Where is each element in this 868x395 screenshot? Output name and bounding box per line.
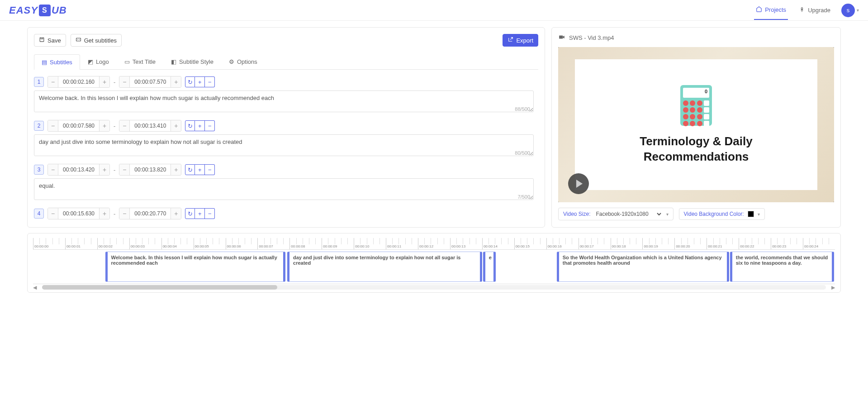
brand-logo[interactable]: EASY S UB <box>9 5 67 16</box>
editor-tabs: ▤ Subtitles ◩ Logo ▭ Text Title ◧ Subtit… <box>34 54 538 70</box>
increment-button[interactable]: + <box>100 120 109 131</box>
scroll-right-icon[interactable]: ▶ <box>831 285 835 290</box>
decrement-button[interactable]: − <box>119 76 129 87</box>
play-icon <box>576 180 583 188</box>
tab-text-title[interactable]: ▭ Text Title <box>117 54 163 69</box>
start-time-input[interactable] <box>58 120 100 131</box>
ruler-subtick <box>367 238 368 244</box>
entry-number: 4 <box>34 209 44 219</box>
add-icon[interactable]: + <box>195 76 205 87</box>
video-preview[interactable]: 0 Terminology & Daily Recommendations <box>558 47 834 202</box>
add-icon[interactable]: + <box>195 120 205 131</box>
upgrade-icon <box>799 6 805 14</box>
nav-projects-label: Projects <box>765 6 786 13</box>
start-time-input[interactable] <box>58 76 100 87</box>
ruler-subtick <box>617 238 618 244</box>
ruler-subtick <box>444 238 445 244</box>
end-time-input[interactable] <box>129 120 171 131</box>
tab-logo[interactable]: ◩ Logo <box>80 54 117 69</box>
entry-number: 1 <box>34 77 44 87</box>
subtitle-entries[interactable]: 1 − + - − + ↻ + − Welcome back. In this … <box>34 76 538 221</box>
start-time-input[interactable] <box>58 164 100 175</box>
get-subtitles-label: Get subtitles <box>84 37 117 44</box>
decrement-button[interactable]: − <box>119 120 129 131</box>
remove-icon[interactable]: − <box>205 120 215 131</box>
increment-button[interactable]: + <box>171 164 181 175</box>
ruler-subtick <box>681 238 683 244</box>
scroll-thumb[interactable] <box>42 285 277 290</box>
video-size-select[interactable]: Facebook-1920x1080 <box>594 210 663 218</box>
ruler-subtick <box>598 238 599 244</box>
entry-actions: ↻ + − <box>185 76 215 87</box>
ruler-subtick <box>572 238 573 244</box>
end-time-input[interactable] <box>129 208 171 219</box>
ruler-subtick <box>694 238 695 244</box>
decrement-button[interactable]: − <box>48 164 58 175</box>
export-button[interactable]: Export <box>503 34 538 47</box>
tab-subtitles[interactable]: ▤ Subtitles <box>34 54 80 70</box>
remove-icon[interactable]: − <box>205 164 215 175</box>
ruler-subtick <box>424 238 426 244</box>
bg-color-swatch[interactable] <box>748 211 754 217</box>
timeline-clip[interactable]: the world, recommends that we should six… <box>730 252 834 282</box>
timeline-clip[interactable]: Welcome back. In this lesson I will expl… <box>105 252 286 282</box>
subtitle-text-input[interactable]: Welcome back. In this lesson I will expl… <box>34 90 534 112</box>
preview-panel: SWS - Vid 3.mp4 0 Terminology & <box>551 27 841 228</box>
ruler-subtick <box>104 238 105 244</box>
user-menu[interactable]: s ▾ <box>841 4 859 17</box>
timeline-track[interactable]: Welcome back. In this lesson I will expl… <box>33 250 835 284</box>
increment-button[interactable]: + <box>100 208 109 219</box>
start-time-input[interactable] <box>58 208 100 219</box>
play-button[interactable] <box>568 173 589 194</box>
entry-actions: ↻ + − <box>185 164 215 175</box>
refresh-icon[interactable]: ↻ <box>185 208 195 219</box>
increment-button[interactable]: + <box>100 164 109 175</box>
subtitle-text-input[interactable]: equal. <box>34 178 534 200</box>
remove-icon[interactable]: − <box>205 208 215 219</box>
video-bg-label: Video Background Color: <box>684 211 744 217</box>
save-button[interactable]: Save <box>34 34 66 47</box>
nav-upgrade[interactable]: Upgrade <box>797 1 832 19</box>
ruler-subtick <box>489 238 490 244</box>
increment-button[interactable]: + <box>100 76 109 87</box>
ruler-subtick <box>39 238 41 244</box>
end-time-input[interactable] <box>129 76 171 87</box>
ruler-subtick <box>797 238 798 244</box>
scroll-left-icon[interactable]: ◀ <box>33 285 37 290</box>
timeline-clip[interactable]: So the World Health Organization which i… <box>557 252 729 282</box>
nav-projects[interactable]: Projects <box>754 0 788 20</box>
decrement-button[interactable]: − <box>119 208 129 219</box>
ruler-subtick <box>604 238 605 244</box>
tab-subtitle-style[interactable]: ◧ Subtitle Style <box>163 54 221 69</box>
tab-options[interactable]: ⚙ Options <box>221 54 265 69</box>
scroll-track[interactable] <box>42 285 826 290</box>
increment-button[interactable]: + <box>171 76 181 87</box>
timeline-ruler[interactable]: 00:00:0000:00:0100:00:0200:00:0300:00:04… <box>33 238 835 250</box>
timeline-clip[interactable]: e <box>483 252 496 282</box>
add-icon[interactable]: + <box>195 208 205 219</box>
end-time-input[interactable] <box>129 164 171 175</box>
decrement-button[interactable]: − <box>48 208 58 219</box>
refresh-icon[interactable]: ↻ <box>185 120 195 131</box>
video-background: 0 Terminology & Daily Recommendations <box>558 47 834 202</box>
timeline-clip[interactable]: day and just dive into some terminology … <box>287 252 482 282</box>
add-icon[interactable]: + <box>195 164 205 175</box>
timeline-scrollbar[interactable]: ◀ ▶ <box>33 284 835 290</box>
decrement-button[interactable]: − <box>119 164 129 175</box>
tab-text-title-label: Text Title <box>133 58 156 65</box>
subtitle-text-input[interactable]: day and just dive into some terminology … <box>34 134 534 156</box>
refresh-icon[interactable]: ↻ <box>185 76 195 87</box>
increment-button[interactable]: + <box>171 120 181 131</box>
decrement-button[interactable]: − <box>48 76 58 87</box>
decrement-button[interactable]: − <box>48 120 58 131</box>
remove-icon[interactable]: − <box>205 76 215 87</box>
refresh-icon[interactable]: ↻ <box>185 164 195 175</box>
get-subtitles-button[interactable]: Get subtitles <box>71 34 122 47</box>
subtitle-entry: 4 − + - − + ↻ + − So the World Health Or… <box>34 208 534 221</box>
ruler-subtick <box>412 238 413 244</box>
ruler-subtick <box>84 238 85 244</box>
char-count: 7/500 <box>517 194 530 200</box>
increment-button[interactable]: + <box>171 208 181 219</box>
ruler-subtick <box>398 238 400 244</box>
ruler-subtick <box>123 238 124 244</box>
